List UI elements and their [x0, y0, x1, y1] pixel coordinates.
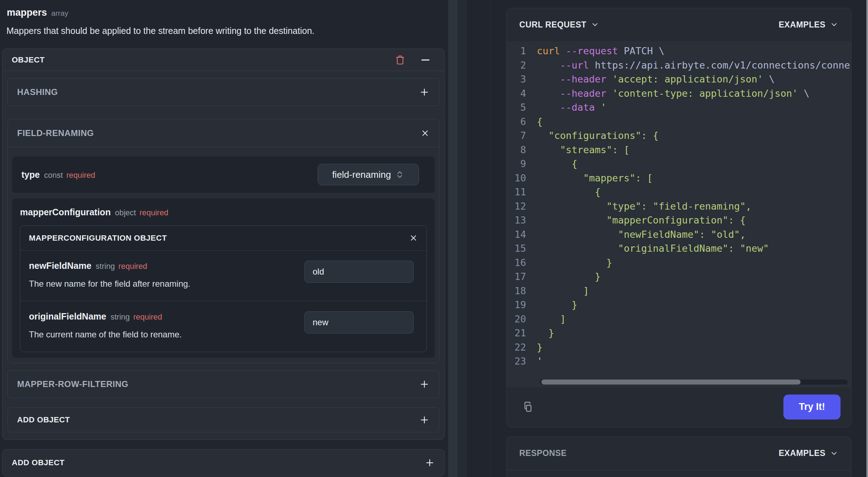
try-it-button[interactable]: Try It! [783, 395, 841, 420]
code-text: ] [526, 313, 566, 325]
property-name: type [21, 170, 40, 180]
mapper-configuration-object-title: MAPPERCONFIGURATION OBJECT [29, 234, 167, 243]
code-text: } [526, 271, 601, 282]
type-property-meta: type const required [21, 170, 95, 180]
type-select[interactable]: field-renaming [318, 164, 419, 185]
code-text: ' [526, 356, 542, 367]
property-kind: string [111, 312, 130, 322]
code-text: --data ' [526, 102, 606, 113]
mapper-configuration-object-card: MAPPERCONFIGURATION OBJECT [20, 225, 427, 352]
add-object-outer-button[interactable]: ADD OBJECT [2, 449, 445, 476]
new-field-name-input[interactable] [304, 261, 414, 283]
code-line: 4 --header 'content-type: application/js… [506, 86, 851, 101]
code-lines: 1curl --request PATCH \2 --url https://a… [506, 44, 851, 368]
mapper-configuration-row: mapperConfiguration object required MAPP… [12, 199, 435, 358]
examples-dropdown[interactable]: EXAMPLES [779, 20, 838, 30]
code-horizontal-scrollbar [540, 380, 848, 385]
curl-request-dropdown[interactable]: CURL REQUEST [519, 20, 599, 30]
line-number: 9 [506, 158, 526, 169]
property-description: The current name of the field to rename. [29, 330, 304, 340]
code-text: } [526, 299, 577, 310]
code-text: "streams": [ [526, 144, 630, 155]
code-text: } [526, 342, 542, 353]
line-number: 5 [506, 102, 526, 113]
property-required-badge: required [118, 262, 147, 271]
close-icon [409, 234, 418, 242]
code-text: { [526, 116, 542, 127]
code-text: --url https://api.airbyte.com/v1/connect… [526, 60, 850, 71]
code-line: 9 { [506, 157, 851, 171]
line-number: 23 [506, 356, 526, 367]
section-mapper-row-filtering-label: MAPPER-ROW-FILTERING [17, 379, 128, 389]
code-text: --header 'content-type: application/json… [526, 88, 809, 99]
code-text: --header 'accept: application/json' \ [526, 74, 775, 85]
section-mapper-row-filtering[interactable]: MAPPER-ROW-FILTERING [7, 370, 439, 398]
section-field-renaming-header[interactable]: FIELD-RENAMING [8, 119, 439, 147]
copy-icon [522, 400, 534, 414]
code-line: 19 } [506, 298, 851, 312]
field-description: Mappers that should be applied to the st… [6, 26, 314, 36]
code-line: 5 --data ' [506, 100, 851, 115]
minus-icon [419, 54, 432, 66]
code-line: 6{ [506, 115, 851, 129]
code-text: curl --request PATCH \ [526, 45, 665, 56]
code-line: 7 "configurations": { [506, 129, 851, 143]
window-scrollbar[interactable] [867, 0, 868, 477]
left-panel-scrollbar[interactable] [449, 0, 457, 477]
code-line: 14 "newFieldName": "old", [506, 227, 851, 242]
mapper-configuration-meta: mapperConfiguration object required [20, 207, 427, 217]
line-number: 8 [506, 144, 526, 155]
property-kind: const [44, 171, 63, 180]
panel-inner-divider [490, 0, 490, 477]
response-title: RESPONSE [519, 448, 567, 458]
delete-object-button[interactable] [394, 54, 406, 66]
code-line: 1curl --request PATCH \ [506, 44, 851, 58]
line-number: 6 [506, 116, 526, 127]
plus-icon [419, 87, 430, 97]
code-line: 23' [506, 354, 851, 368]
field-title-row: mappers array [7, 7, 68, 18]
remove-mapper-configuration-button[interactable] [409, 234, 418, 242]
response-header: RESPONSE EXAMPLES [506, 437, 851, 470]
line-number: 20 [506, 313, 526, 325]
line-number: 4 [506, 88, 526, 99]
code-line: 20 ] [506, 312, 851, 326]
chevrons-up-down-icon [395, 169, 404, 180]
code-line: 11 { [506, 185, 851, 199]
property-description: The new name for the field after renamin… [29, 279, 304, 289]
copy-code-button[interactable] [522, 400, 534, 414]
curl-request-card: CURL REQUEST EXAMPLES 1curl --request PA… [506, 8, 852, 427]
line-number: 18 [506, 285, 526, 296]
section-hashing-label: HASHING [17, 87, 58, 97]
add-object-inner-button[interactable]: ADD OBJECT [7, 407, 439, 432]
code-text: } [526, 327, 554, 338]
code-horizontal-scrollbar-thumb[interactable] [541, 380, 801, 385]
code-text: { [526, 158, 577, 169]
code-text: { [526, 186, 601, 197]
line-number: 13 [506, 215, 526, 226]
property-required-badge: required [140, 208, 168, 217]
property-name: mapperConfiguration [20, 207, 111, 217]
line-number: 3 [506, 74, 526, 85]
object-card: OBJECT [2, 49, 445, 440]
field-title: mappers [7, 7, 47, 18]
chevron-down-icon [830, 449, 838, 458]
section-field-renaming-body: type const required field-renaming [8, 147, 439, 363]
code-line: 12 "type": "field-renaming", [506, 199, 851, 214]
original-field-name-input[interactable] [304, 311, 414, 333]
schema-panel: mappers array Mappers that should be app… [0, 0, 448, 477]
panel-divider [448, 0, 466, 477]
response-examples-dropdown[interactable]: EXAMPLES [779, 448, 838, 458]
line-number: 12 [506, 201, 526, 212]
collapse-object-button[interactable] [419, 54, 432, 66]
line-number: 17 [506, 271, 526, 282]
property-name: newFieldName [29, 261, 91, 271]
object-card-body: HASHING FIELD-RENAMING [2, 71, 444, 439]
remove-field-renaming-button[interactable] [420, 129, 430, 138]
close-icon [420, 129, 430, 138]
line-number: 22 [506, 342, 526, 353]
code-text: "type": "field-renaming", [526, 201, 751, 212]
section-field-renaming-label: FIELD-RENAMING [17, 128, 94, 138]
section-hashing[interactable]: HASHING [7, 78, 439, 106]
code-text: "configurations": { [526, 130, 658, 141]
